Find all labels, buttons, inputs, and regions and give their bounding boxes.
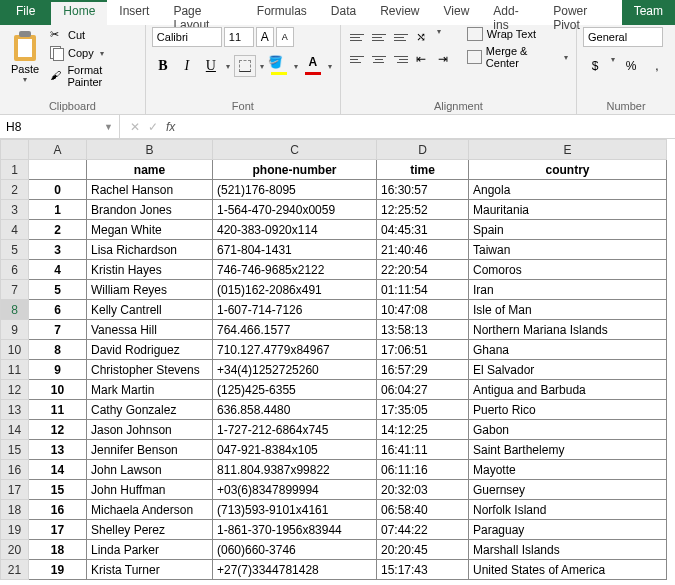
orientation-button[interactable]: ⤭ <box>413 27 433 47</box>
copy-dropdown-icon[interactable]: ▾ <box>98 49 106 58</box>
percent-button[interactable]: % <box>619 55 643 77</box>
align-bottom-button[interactable] <box>391 27 411 47</box>
cell-c17[interactable]: +03(6)8347899994 <box>213 480 377 500</box>
row-header-14[interactable]: 14 <box>1 420 29 440</box>
cell-b1[interactable]: name <box>87 160 213 180</box>
cell-d12[interactable]: 06:04:27 <box>377 380 469 400</box>
cell-c15[interactable]: 047-921-8384x105 <box>213 440 377 460</box>
row-header-12[interactable]: 12 <box>1 380 29 400</box>
row-header-13[interactable]: 13 <box>1 400 29 420</box>
cell-a19[interactable]: 17 <box>29 520 87 540</box>
cell-c13[interactable]: 636.858.4480 <box>213 400 377 420</box>
row-header-18[interactable]: 18 <box>1 500 29 520</box>
tab-formulas[interactable]: Formulas <box>245 0 319 25</box>
cell-c5[interactable]: 671-804-1431 <box>213 240 377 260</box>
cell-d7[interactable]: 01:11:54 <box>377 280 469 300</box>
tab-home[interactable]: Home <box>51 0 107 25</box>
cell-c10[interactable]: 710.127.4779x84967 <box>213 340 377 360</box>
cell-c3[interactable]: 1-564-470-2940x0059 <box>213 200 377 220</box>
orientation-dropdown-icon[interactable]: ▾ <box>435 27 443 47</box>
cell-a11[interactable]: 9 <box>29 360 87 380</box>
cell-b13[interactable]: Cathy Gonzalez <box>87 400 213 420</box>
font-color-dropdown-icon[interactable]: ▾ <box>326 62 334 71</box>
enter-formula-button[interactable]: ✓ <box>148 120 158 134</box>
row-header-19[interactable]: 19 <box>1 520 29 540</box>
cell-a2[interactable]: 0 <box>29 180 87 200</box>
cell-d4[interactable]: 04:45:31 <box>377 220 469 240</box>
cell-a1[interactable] <box>29 160 87 180</box>
merge-center-button[interactable]: Merge & Center▾ <box>467 45 570 69</box>
cell-c1[interactable]: phone-number <box>213 160 377 180</box>
cell-d21[interactable]: 15:17:43 <box>377 560 469 580</box>
cell-d10[interactable]: 17:06:51 <box>377 340 469 360</box>
cell-e14[interactable]: Gabon <box>469 420 667 440</box>
cell-b17[interactable]: John Huffman <box>87 480 213 500</box>
cell-b15[interactable]: Jennifer Benson <box>87 440 213 460</box>
cell-d8[interactable]: 10:47:08 <box>377 300 469 320</box>
cell-b9[interactable]: Vanessa Hill <box>87 320 213 340</box>
insert-function-button[interactable]: fx <box>166 120 175 134</box>
row-header-2[interactable]: 2 <box>1 180 29 200</box>
align-left-button[interactable] <box>347 49 367 69</box>
cell-d17[interactable]: 20:32:03 <box>377 480 469 500</box>
cell-d5[interactable]: 21:40:46 <box>377 240 469 260</box>
cell-a16[interactable]: 14 <box>29 460 87 480</box>
row-header-9[interactable]: 9 <box>1 320 29 340</box>
cell-b20[interactable]: Linda Parker <box>87 540 213 560</box>
row-header-16[interactable]: 16 <box>1 460 29 480</box>
cell-d9[interactable]: 13:58:13 <box>377 320 469 340</box>
tab-review[interactable]: Review <box>368 0 431 25</box>
cell-c8[interactable]: 1-607-714-7126 <box>213 300 377 320</box>
row-header-5[interactable]: 5 <box>1 240 29 260</box>
cell-c2[interactable]: (521)176-8095 <box>213 180 377 200</box>
tab-add-ins[interactable]: Add-ins <box>481 0 541 25</box>
decrease-indent-button[interactable]: ⇤ <box>413 49 433 69</box>
formula-input[interactable] <box>185 120 675 134</box>
bold-button[interactable]: B <box>152 55 174 77</box>
format-painter-button[interactable]: 🖌Format Painter <box>48 63 139 89</box>
cell-c7[interactable]: (015)162-2086x491 <box>213 280 377 300</box>
wrap-text-button[interactable]: Wrap Text <box>467 27 570 41</box>
row-header-11[interactable]: 11 <box>1 360 29 380</box>
row-header-10[interactable]: 10 <box>1 340 29 360</box>
cell-b21[interactable]: Krista Turner <box>87 560 213 580</box>
row-header-1[interactable]: 1 <box>1 160 29 180</box>
cell-e1[interactable]: country <box>469 160 667 180</box>
cell-b19[interactable]: Shelley Perez <box>87 520 213 540</box>
tab-data[interactable]: Data <box>319 0 368 25</box>
cell-e15[interactable]: Saint Barthelemy <box>469 440 667 460</box>
cell-e16[interactable]: Mayotte <box>469 460 667 480</box>
cell-a4[interactable]: 2 <box>29 220 87 240</box>
cell-b16[interactable]: John Lawson <box>87 460 213 480</box>
cell-a5[interactable]: 3 <box>29 240 87 260</box>
row-header-8[interactable]: 8 <box>1 300 29 320</box>
increase-font-button[interactable]: A <box>256 27 274 47</box>
tab-view[interactable]: View <box>432 0 482 25</box>
cell-d6[interactable]: 22:20:54 <box>377 260 469 280</box>
cell-e13[interactable]: Puerto Rico <box>469 400 667 420</box>
cut-button[interactable]: ✂Cut <box>48 27 139 43</box>
underline-dropdown-icon[interactable]: ▾ <box>224 62 232 71</box>
borders-button[interactable] <box>234 55 256 77</box>
cell-a20[interactable]: 18 <box>29 540 87 560</box>
cell-b18[interactable]: Michaela Anderson <box>87 500 213 520</box>
cell-c6[interactable]: 746-746-9685x2122 <box>213 260 377 280</box>
tab-power-pivot[interactable]: Power Pivot <box>541 0 621 25</box>
select-all-corner[interactable] <box>1 140 29 160</box>
paste-dropdown-icon[interactable]: ▾ <box>21 75 29 84</box>
underline-button[interactable]: U <box>200 55 222 77</box>
cell-d19[interactable]: 07:44:22 <box>377 520 469 540</box>
name-box[interactable]: H8 ▼ <box>0 115 120 138</box>
cell-e6[interactable]: Comoros <box>469 260 667 280</box>
cell-e7[interactable]: Iran <box>469 280 667 300</box>
align-middle-button[interactable] <box>369 27 389 47</box>
align-right-button[interactable] <box>391 49 411 69</box>
row-header-20[interactable]: 20 <box>1 540 29 560</box>
font-color-button[interactable]: A <box>302 55 324 77</box>
font-name-select[interactable] <box>152 27 222 47</box>
cell-e12[interactable]: Antigua and Barbuda <box>469 380 667 400</box>
cell-a10[interactable]: 8 <box>29 340 87 360</box>
row-header-7[interactable]: 7 <box>1 280 29 300</box>
row-header-17[interactable]: 17 <box>1 480 29 500</box>
font-size-select[interactable] <box>224 27 254 47</box>
